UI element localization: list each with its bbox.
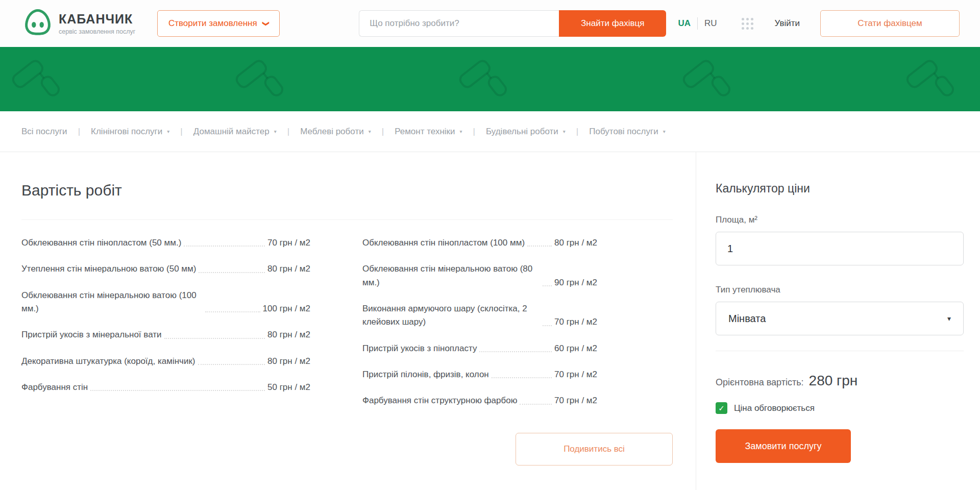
area-label: Площа, м² [716,215,964,225]
see-all-button[interactable]: Подивитись всі [516,433,673,465]
dotted-leader [184,246,265,247]
nav-item-label: Меблеві роботи [300,127,364,137]
lang-ru[interactable]: RU [704,18,717,29]
price-row: Обклеювання стін мінеральною ватою (100 … [21,289,310,316]
price-row: Обклеювання стін пінопластом (100 мм)80 … [362,236,597,250]
nav-item-6[interactable]: Будівельні роботи▾ [486,127,566,137]
lang-ua[interactable]: UA [678,18,691,29]
nav-item-label: Будівельні роботи [486,127,558,137]
price-row: Фарбування стін структурною фарбою70 грн… [362,394,597,407]
chevron-down-icon: ▾ [274,129,277,134]
service-name: Пристрій пілонів, фризів, колон [362,368,489,381]
insulation-type-label: Тип утеплювача [716,285,964,295]
search-group: Знайти фахівця [359,10,666,37]
service-name: Фарбування стін структурною фарбою [362,394,517,407]
area-input[interactable] [716,232,964,265]
nav-item-label: Клінінгові послуги [91,127,162,137]
dotted-leader [198,364,265,365]
nav-item-label: Домашній майстер [193,127,270,137]
pricing-section: Вартість робіт Обклеювання стін піноплас… [0,152,696,490]
become-specialist-button[interactable]: Стати фахівцем [820,10,960,37]
service-name: Обклеювання стін пінопластом (100 мм) [362,236,525,250]
estimate-label: Орієнтовна вартість: [716,377,804,388]
negotiable-row: ✓ Ціна обговорюється [716,402,964,414]
service-price: 50 грн / м2 [267,381,310,394]
nav-separator: | [576,127,578,137]
service-price: 70 грн / м2 [267,236,310,250]
search-input[interactable] [359,10,559,37]
price-list: Обклеювання стін пінопластом (50 мм.)70 … [21,219,673,421]
service-price: 80 грн / м2 [267,328,310,341]
service-name: Декоративна штукатурка (короїд, камінчик… [21,355,195,368]
service-name: Пристрій укосів з пінопласту [362,342,477,355]
checkmark-icon: ✓ [718,404,725,413]
estimate: Орієнтовна вартість: 280 грн [716,373,964,389]
pig-snout-logo-icon [23,8,53,39]
price-row: Пристрій пілонів, фризів, колон70 грн / … [362,368,597,381]
price-column-1: Обклеювання стін пінопластом (50 мм.)70 … [21,236,310,421]
logo-title: КАБАНЧИК [59,12,135,27]
dotted-leader [520,404,552,405]
negotiable-checkbox[interactable]: ✓ [716,402,727,414]
nav-separator: | [180,127,182,137]
insulation-type-value: Мінвата [728,313,766,325]
price-row: Декоративна штукатурка (короїд, камінчик… [21,355,310,368]
price-row: Пристрій укосів з мінеральної вати80 грн… [21,328,310,341]
logo[interactable]: КАБАНЧИК сервіс замовлення послуг [23,8,135,39]
nav-item-label: Ремонт техніки [395,127,455,137]
service-name: Обклеювання стін мінеральною ватою (100 … [21,289,203,316]
nav-separator: | [382,127,384,137]
negotiable-label: Ціна обговорюється [734,403,815,413]
dotted-leader [479,351,552,352]
dotted-leader [199,272,265,273]
service-name: Обклеювання стін пінопластом (50 мм.) [21,236,181,250]
service-price: 60 грн / м2 [554,342,597,355]
chevron-down-icon: ▾ [563,129,566,134]
content: Вартість робіт Обклеювання стін піноплас… [0,152,980,490]
header-right: UA RU Увійти Стати фахівцем [678,10,960,37]
logo-tagline: сервіс замовлення послуг [59,28,135,35]
insulation-type-select[interactable]: Мінвата ▾ [716,302,964,335]
price-column-2: Обклеювання стін пінопластом (100 мм)80 … [362,236,597,421]
nav-item-3[interactable]: Домашній майстер▾ [193,127,277,137]
lang-divider [697,17,698,30]
nav-item-7[interactable]: Побутові послуги▾ [589,127,665,137]
service-name: Виконання армуючого шару (склосітка, 2 к… [362,302,540,329]
price-row: Пристрій укосів з пінопласту60 грн / м2 [362,342,597,355]
paint-roller-icon [678,49,738,110]
nav-item-2[interactable]: Клінінгові послуги▾ [91,127,169,137]
find-specialist-button[interactable]: Знайти фахівця [559,10,666,37]
nav-item-label: Всі послуги [21,127,67,137]
apps-grid-icon[interactable] [742,18,753,30]
price-row: Утеплення стін мінеральною ватою (50 мм)… [21,262,310,276]
chevron-down-icon: ❯ [262,21,270,27]
chevron-down-icon: ▾ [460,129,462,134]
service-price: 80 грн / м2 [267,262,310,276]
header: КАБАНЧИК сервіс замовлення послуг Створи… [0,0,980,47]
price-calculator: Калькулятор ціни Площа, м² Тип утеплювач… [696,152,980,490]
nav-item-5[interactable]: Ремонт техніки▾ [395,127,462,137]
nav-item-label: Побутові послуги [589,127,658,137]
page-title: Вартість робіт [21,182,673,199]
promo-banner [0,47,980,111]
service-name: Пристрій укосів з мінеральної вати [21,328,162,341]
service-price: 70 грн / м2 [554,368,597,381]
service-name: Утеплення стін мінеральною ватою (50 мм) [21,262,196,276]
login-link[interactable]: Увійти [775,18,800,29]
price-row: Фарбування стін50 грн / м2 [21,381,310,394]
service-price: 90 грн / м2 [554,276,597,289]
price-row: Обклеювання стін пінопластом (50 мм.)70 … [21,236,310,250]
dotted-leader [205,311,260,312]
calculator-title: Калькулятор ціни [716,182,964,195]
nav-item-1[interactable]: Всі послуги [21,127,67,137]
estimate-value: 280 грн [809,373,858,389]
order-service-button[interactable]: Замовити послугу [716,429,851,463]
create-order-button[interactable]: Створити замовлення ❯ [157,10,280,37]
service-name: Обклеювання стін мінеральною ватою (80 м… [362,262,540,289]
nav-item-4[interactable]: Меблеві роботи▾ [300,127,371,137]
page: КАБАНЧИК сервіс замовлення послуг Створи… [0,0,980,490]
chevron-down-icon: ▾ [167,129,169,134]
divider [716,351,964,351]
nav-separator: | [78,127,80,137]
caret-down-icon: ▾ [947,314,951,323]
